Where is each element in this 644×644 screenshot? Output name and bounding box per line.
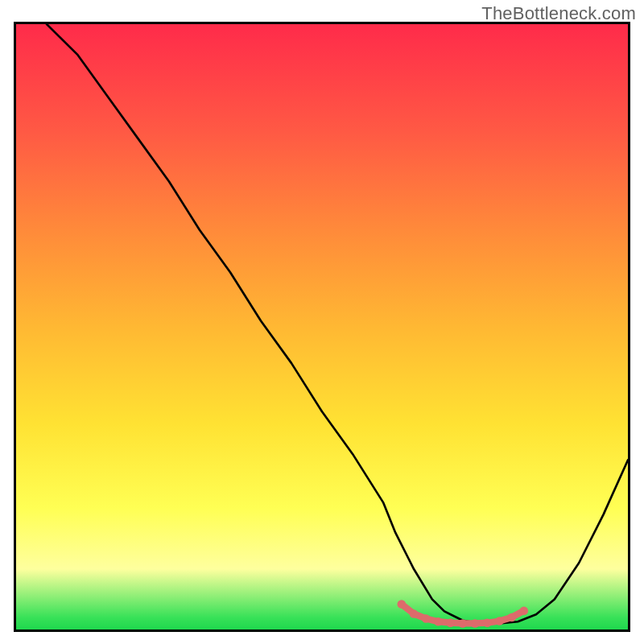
optimal-band-dot (397, 600, 406, 609)
optimal-band-dot (471, 619, 480, 628)
optimal-band-dot (422, 614, 431, 623)
bottleneck-curve (47, 24, 628, 623)
optimal-band-dot (410, 609, 419, 618)
optimal-band-dot (507, 613, 516, 622)
optimal-band-dot (483, 618, 492, 627)
optimal-band-dot (495, 617, 504, 625)
optimal-band-dot (434, 617, 443, 626)
optimal-band-dot (446, 618, 455, 627)
chart-stage: TheBottleneck.com (0, 0, 644, 644)
optimal-band-dot (519, 606, 528, 615)
optimal-band-dot (458, 619, 467, 628)
plot-area (14, 22, 630, 632)
chart-svg (16, 24, 628, 630)
